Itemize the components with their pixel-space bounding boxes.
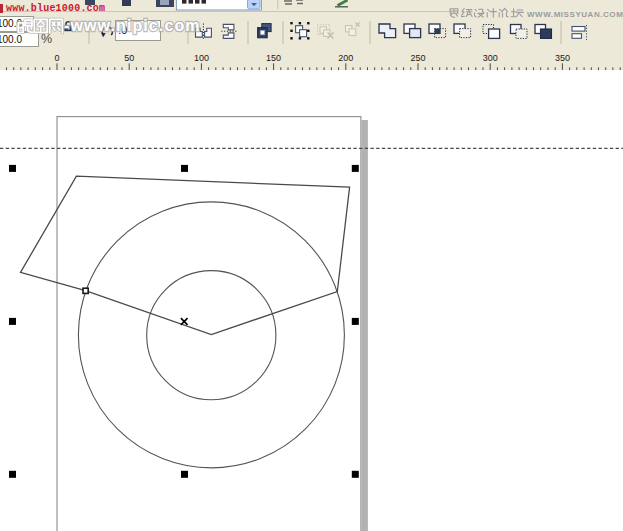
svg-text:250: 250: [410, 53, 425, 63]
svg-text:0: 0: [54, 53, 59, 63]
svg-text:200: 200: [338, 53, 353, 63]
svg-text:350: 350: [555, 53, 570, 63]
svg-text:100: 100: [194, 53, 209, 63]
svg-text:150: 150: [266, 53, 281, 63]
svg-text:-www.nipic.com: -www.nipic.com: [64, 17, 201, 34]
svg-text:300: 300: [483, 53, 498, 63]
svg-text:50: 50: [124, 53, 134, 63]
